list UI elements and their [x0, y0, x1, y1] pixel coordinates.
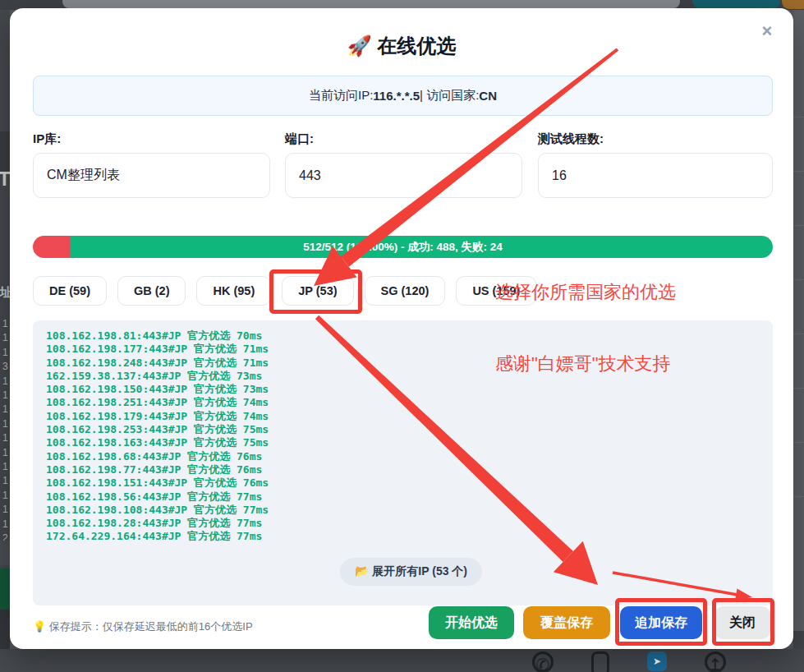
background-digit: 1 — [2, 375, 8, 389]
background-row-line — [793, 442, 804, 443]
ip-library-label: IP库: — [33, 131, 270, 147]
background-digit: 1 — [2, 417, 8, 431]
background-digit: 1 — [2, 518, 8, 532]
background-digit: 1 — [2, 489, 8, 503]
result-line: 108.162.198.77:443#JP 官方优选 76ms — [46, 463, 773, 476]
country-button-sg[interactable]: SG (120) — [365, 276, 446, 306]
background-digit: 1 — [2, 389, 8, 403]
port-label: 端口: — [285, 131, 522, 147]
background-row-line — [793, 388, 804, 389]
ip-library-select[interactable] — [33, 153, 270, 198]
current-country-value: CN — [479, 89, 497, 103]
background-digit: 1 — [2, 331, 8, 345]
background-dark-rows — [0, 610, 10, 649]
ip-library-field: IP库: — [33, 131, 270, 198]
close-button[interactable]: 关闭 — [714, 606, 770, 639]
background-row-line — [793, 496, 804, 497]
arrow-up-icon: ↥ — [705, 651, 726, 672]
background-row-line — [793, 171, 804, 172]
thread-count-label: 测试线程数: — [538, 131, 773, 147]
device-icon — [591, 651, 609, 672]
country-button-de[interactable]: DE (59) — [33, 276, 107, 306]
current-ip-banner: 当前访问IP: 116.*.*.5 | 访问国家: CN — [33, 76, 773, 116]
start-select-button[interactable]: 开始优选 — [429, 606, 514, 639]
background-left-dark-band — [0, 131, 10, 171]
online-select-modal: × 🚀 在线优选 当前访问IP: 116.*.*.5 | 访问国家: CN IP… — [10, 8, 793, 649]
background-footer-icons: ✆ ➤ ↥ — [532, 651, 726, 672]
save-hint: 💡 保存提示：仅保存延迟最低的前16个优选IP — [33, 619, 253, 634]
background-search-bar — [62, 0, 680, 8]
result-line: 108.162.198.179:443#JP 官方优选 74ms — [46, 410, 773, 423]
progress-label: 512/512 (100.00%) - 成功: 488, 失败: 24 — [33, 236, 773, 258]
country-buttons-row: DE (59) GB (2) HK (95) JP (53) SG (120) … — [33, 276, 536, 306]
result-line: 108.162.198.81:443#JP 官方优选 70ms — [46, 329, 773, 343]
country-button-jp[interactable]: JP (53) — [282, 276, 353, 306]
result-line: 172.64.229.164:443#JP 官方优选 77ms — [46, 530, 773, 543]
thread-count-field: 测试线程数: — [538, 131, 773, 198]
background-row-line — [793, 117, 804, 117]
background-ip-digits: 1113111111111112 — [2, 317, 8, 546]
background-green-block — [0, 568, 10, 610]
port-input[interactable] — [285, 153, 522, 198]
ip-banner-prefix: 当前访问IP: — [309, 88, 373, 104]
result-line: 108.162.198.163:443#JP 官方优选 75ms — [46, 436, 773, 449]
ip-banner-separator: | 访问国家: — [420, 88, 479, 104]
annotation-credit: 感谢"白嫖哥"技术支持 — [495, 352, 671, 376]
country-button-gb[interactable]: GB (2) — [117, 276, 186, 306]
background-row-line — [793, 279, 804, 280]
result-line: 108.162.198.68:443#JP 官方优选 76ms — [46, 450, 773, 463]
expand-all-ip-button[interactable]: 📂 展开所有IP (53 个) — [340, 558, 482, 586]
phone-icon: ✆ — [532, 651, 554, 672]
result-line: 108.162.198.108:443#JP 官方优选 77ms — [46, 504, 773, 517]
background-digit: 1 — [2, 403, 8, 417]
overwrite-save-button[interactable]: 覆盖保存 — [523, 606, 610, 639]
screenshot-stage: Ti 址 1113111111111112 ✆ ➤ ↥ × 🚀 在线优 — [0, 0, 804, 672]
background-digit: 1 — [2, 460, 8, 474]
modal-title: 🚀 在线优选 — [10, 33, 793, 59]
result-line: 108.162.198.251:443#JP 官方优选 74ms — [46, 396, 773, 409]
background-row-line — [793, 334, 804, 334]
telegram-icon: ➤ — [647, 651, 667, 671]
current-ip-value: 116.*.*.5 — [373, 89, 420, 103]
background-orange-button — [782, 0, 804, 9]
append-save-button[interactable]: 追加保存 — [620, 606, 702, 639]
result-line: 108.162.198.56:443#JP 官方优选 77ms — [46, 490, 773, 504]
port-field: 端口: — [285, 131, 522, 198]
background-digit: 3 — [2, 360, 8, 374]
background-row-highlight — [0, 541, 10, 565]
background-right-strip — [793, 10, 804, 672]
country-button-jp-wrap: JP (53) — [282, 276, 353, 306]
background-digit: 1 — [2, 503, 8, 517]
annotation-select-country: 选择你所需国家的优选 — [495, 280, 676, 305]
result-line: 108.162.198.150:443#JP 官方优选 73ms — [46, 383, 773, 396]
background-digit: 1 — [2, 431, 8, 445]
country-button-hk[interactable]: HK (95) — [196, 276, 271, 306]
background-row-line — [793, 225, 804, 226]
background-digit: 1 — [2, 346, 8, 360]
background-digit: 1 — [2, 474, 8, 488]
thread-count-input[interactable] — [538, 153, 773, 198]
background-digit: 1 — [2, 446, 8, 460]
background-digit: 1 — [2, 317, 8, 331]
result-line: 108.162.198.151:443#JP 官方优选 76ms — [46, 476, 773, 490]
result-line: 108.162.198.28:443#JP 官方优选 77ms — [46, 517, 773, 530]
progress-bar: 512/512 (100.00%) - 成功: 488, 失败: 24 — [33, 236, 773, 258]
result-line: 108.162.198.253:443#JP 官方优选 75ms — [46, 423, 773, 436]
